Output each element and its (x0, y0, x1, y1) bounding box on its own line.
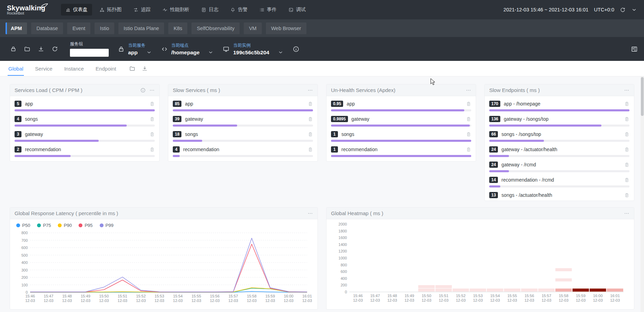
folder-icon[interactable] (20, 46, 34, 52)
svg-text:800: 800 (341, 263, 347, 267)
refresh-icon[interactable] (48, 46, 62, 52)
copy-icon[interactable] (308, 117, 313, 122)
copy-icon[interactable] (624, 101, 629, 107)
copy-icon[interactable] (308, 101, 313, 107)
svg-text:15:4912-03: 15:4912-03 (404, 294, 414, 302)
list-item: 1recommendation (331, 143, 471, 158)
list-item-main: 2recommendation (15, 146, 155, 153)
nav-item-log[interactable]: 日志 (197, 4, 223, 16)
copy-icon[interactable] (150, 117, 155, 122)
svg-text:400: 400 (341, 276, 347, 281)
folder-icon[interactable] (129, 65, 135, 72)
copy-icon[interactable] (466, 101, 471, 107)
copy-icon[interactable] (150, 101, 155, 107)
more-menu-icon[interactable] (149, 88, 155, 93)
more-menu-icon[interactable] (466, 88, 471, 93)
timezone-selector[interactable]: UTC+0:0 (594, 7, 614, 12)
copy-icon[interactable] (466, 117, 471, 122)
nav-item-trace[interactable]: 追踪 (129, 4, 155, 16)
copy-icon[interactable] (624, 147, 629, 152)
copy-icon[interactable] (624, 117, 629, 122)
legend-p95[interactable]: P95 (79, 223, 92, 228)
more-menu-icon[interactable] (307, 88, 313, 93)
time-range-selector[interactable]: 2021-12-03 15:46 ~ 2021-12-03 16:01 (503, 7, 589, 12)
chevron-down-icon[interactable] (208, 49, 214, 55)
scope-tab-global[interactable]: Global (8, 62, 24, 76)
current-endpoint-label: 当前端点 (171, 43, 214, 48)
copy-icon[interactable] (466, 132, 471, 137)
dashboard-tab-database[interactable]: Database (31, 22, 63, 34)
current-service-selector[interactable]: 当前服务 app (128, 43, 152, 56)
legend-label: P90 (64, 223, 72, 228)
legend-p50[interactable]: P50 (16, 223, 30, 228)
download-icon[interactable] (142, 65, 148, 72)
lock-icon[interactable] (6, 46, 20, 52)
metric-bar (331, 155, 471, 157)
dashboard-tab-web-browser[interactable]: Web Browser (266, 22, 306, 34)
copy-icon[interactable] (624, 177, 629, 183)
info-icon[interactable] (293, 46, 299, 53)
nav-item-debug[interactable]: 调试 (284, 4, 310, 16)
metric-bar-fill (173, 125, 237, 127)
svg-text:15:5012-03: 15:5012-03 (99, 294, 109, 303)
metric-value-badge: 14 (489, 177, 498, 183)
more-menu-icon[interactable] (624, 211, 629, 216)
metric-bar-fill (489, 155, 509, 157)
instance-monitor-icon (223, 46, 230, 53)
chart-body: 010020030040050060070080015:4612-0315:47… (10, 228, 317, 308)
copy-icon[interactable] (308, 147, 313, 152)
dashboard-tab-apm[interactable]: APM (6, 22, 27, 34)
logo[interactable]: Skywalking Rocketbot (7, 4, 59, 15)
metric-name: songs - /songs/top (501, 131, 541, 137)
dashboard-tab-vm[interactable]: VM (244, 22, 262, 34)
legend-p90[interactable]: P90 (58, 223, 72, 228)
nav-item-event[interactable]: 事件 (255, 4, 281, 16)
list-item: 5app (15, 98, 155, 113)
dashboard-tab-istio-data-plane[interactable]: Istio Data Plane (118, 22, 164, 34)
download-icon[interactable] (34, 46, 48, 52)
info-icon[interactable] (140, 88, 146, 93)
dashboard-tab-k8s[interactable]: K8s (168, 22, 187, 34)
nav-item-alarm[interactable]: 告警 (226, 4, 252, 16)
nav-item-topology[interactable]: 拓扑图 (95, 4, 126, 16)
copy-icon[interactable] (150, 147, 155, 152)
nav-item-dashboard[interactable]: 仪表盘 (61, 4, 92, 16)
copy-icon[interactable] (150, 132, 155, 137)
current-instance-selector[interactable]: 当前实例 199c56c5b204 (233, 43, 283, 56)
legend-dot (16, 223, 20, 227)
current-endpoint-selector[interactable]: 当前端点 /homepage (171, 43, 214, 56)
scope-tab-endpoint[interactable]: Endpoint (95, 62, 117, 76)
dashboard-tab-istio[interactable]: Istio (95, 22, 114, 34)
vertical-scrollbar[interactable] (641, 76, 644, 312)
copy-icon[interactable] (466, 147, 471, 152)
dashboard-tab-event[interactable]: Event (67, 22, 90, 34)
metric-bar (15, 125, 155, 127)
list-item: 39gateway (173, 113, 313, 128)
chevron-down-icon[interactable] (146, 49, 152, 55)
copy-icon[interactable] (624, 193, 629, 198)
chevron-down-icon[interactable] (631, 7, 637, 13)
more-menu-icon[interactable] (307, 211, 313, 216)
topbar-right: 2021-12-03 15:46 ~ 2021-12-03 16:01 UTC+… (503, 7, 637, 13)
list-item: 2recommendation (15, 143, 155, 158)
nav-item-label: 告警 (238, 7, 248, 13)
copy-icon[interactable] (308, 132, 313, 137)
legend-p75[interactable]: P75 (37, 223, 51, 228)
metric-name: gateway (351, 116, 369, 122)
panel-toggle-icon[interactable] (631, 46, 638, 53)
legend-p99[interactable]: P99 (100, 223, 114, 228)
skywalking-app: Skywalking Rocketbot 仪表盘拓扑图追踪性能剖析日志告警事件调… (0, 0, 644, 312)
auto-refresh-icon[interactable] (620, 7, 626, 13)
dashboard-tab-selfobservability[interactable]: SelfObservability (191, 22, 240, 34)
metric-bar (173, 140, 313, 142)
scope-tab-service[interactable]: Service (34, 62, 53, 76)
scope-tab-instance[interactable]: Instance (63, 62, 84, 76)
nav-item-profile[interactable]: 性能剖析 (158, 4, 194, 16)
more-menu-icon[interactable] (624, 88, 629, 93)
scrollbar-thumb[interactable] (641, 77, 644, 116)
card-slow-endpoints: Slow Endpoints ( ms )170app - /homepage1… (484, 84, 634, 201)
chevron-down-icon[interactable] (278, 49, 284, 55)
service-group-input[interactable] (70, 49, 109, 57)
copy-icon[interactable] (624, 132, 629, 137)
copy-icon[interactable] (624, 162, 629, 167)
